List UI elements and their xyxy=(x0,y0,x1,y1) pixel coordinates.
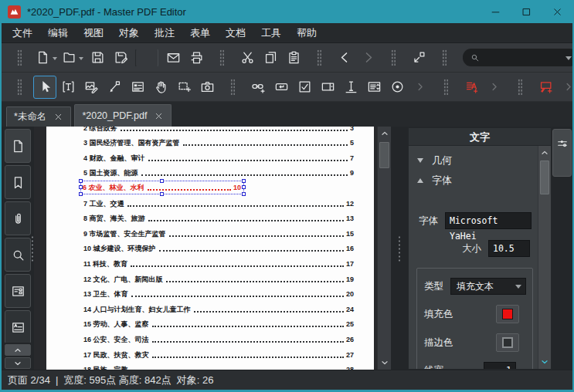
toc-row[interactable]: 17 民政、扶贫、救灾 27 xyxy=(46,346,374,362)
section-font[interactable]: 字体 xyxy=(409,171,535,191)
toc-page-number: 17 xyxy=(346,261,354,268)
text-annotation-tool[interactable] xyxy=(460,76,483,99)
fit-page-button[interactable] xyxy=(407,46,430,69)
add-link-button[interactable] xyxy=(246,76,270,99)
form-properties-button[interactable] xyxy=(126,76,149,99)
line-width-field[interactable]: 1 xyxy=(484,362,516,369)
search-input[interactable] xyxy=(484,52,566,64)
menu-edit[interactable]: 编辑 xyxy=(40,23,76,43)
select-tool-button[interactable] xyxy=(33,76,56,99)
toc-row[interactable]: 3 国民经济管理、国有资产监管 5 xyxy=(46,135,374,150)
sidebar-scroll-buttons xyxy=(5,343,31,369)
menu-comment[interactable]: 批注 xyxy=(147,23,182,43)
toc-row[interactable]: 11 科技、教育 17 xyxy=(46,255,374,271)
properties-flyout-tab[interactable] xyxy=(552,129,572,177)
radio-field-tool[interactable] xyxy=(385,76,409,99)
menu-tools[interactable]: 工具 xyxy=(253,23,289,43)
toc-row[interactable]: 16 公安、安全、司法 26 xyxy=(46,331,374,346)
section-geometry[interactable]: 几何 xyxy=(409,150,535,171)
combobox-field-tool[interactable] xyxy=(316,76,339,99)
edit-image-tool-button[interactable] xyxy=(80,76,103,99)
font-name-field[interactable]: Microsoft YaHei xyxy=(445,212,532,229)
scrollbar-thumb[interactable] xyxy=(379,142,389,168)
select-region-button[interactable] xyxy=(172,76,195,99)
maximize-button[interactable] xyxy=(511,0,542,23)
button-field-tool[interactable] xyxy=(270,76,293,99)
scroll-up-icon[interactable] xyxy=(538,147,551,159)
copy-button[interactable] xyxy=(259,46,282,69)
toc-row[interactable]: 6 农业、林业、水利 10 xyxy=(80,181,244,194)
sidebar-scroll-up-button[interactable] xyxy=(5,344,31,356)
open-file-button[interactable] xyxy=(59,46,86,69)
text-field-tool[interactable] xyxy=(339,76,362,99)
checkbox-field-tool[interactable] xyxy=(293,76,316,99)
edit-text-tool-button[interactable] xyxy=(56,76,80,99)
tab-untitled[interactable]: *未命名 xyxy=(6,106,71,127)
paste-button[interactable] xyxy=(282,46,305,69)
tab-close-icon[interactable] xyxy=(53,112,63,122)
sidebar-attachments-button[interactable] xyxy=(5,201,31,235)
toolbar-overflow-chevron[interactable] xyxy=(557,76,574,99)
menu-help[interactable]: 帮助 xyxy=(289,23,324,43)
snapshot-tool-button[interactable] xyxy=(195,76,219,99)
toc-row[interactable]: 10 城乡建设、环境保护 16 xyxy=(46,241,374,256)
toc-row[interactable]: 5 国土资源、能源 9 xyxy=(46,165,374,181)
splitter-handle[interactable] xyxy=(398,235,401,262)
new-document-button[interactable] xyxy=(33,46,59,69)
print-icon xyxy=(189,50,204,65)
toc-leader-dots xyxy=(194,311,344,313)
back-button[interactable] xyxy=(333,46,356,69)
toc-row[interactable]: 12 文化、广电、新闻出版 19 xyxy=(46,271,374,286)
search-dropdown-arrow-icon[interactable] xyxy=(566,56,572,63)
panel-splitter[interactable] xyxy=(391,127,408,370)
listbox-field-tool[interactable] xyxy=(362,76,385,99)
save-as-button[interactable] xyxy=(109,46,132,69)
toc-row[interactable]: 7 工业、交通 12 xyxy=(46,195,374,211)
scroll-down-icon[interactable] xyxy=(378,357,391,369)
document-scrollbar[interactable] xyxy=(377,127,391,370)
sidebar-forms-button[interactable] xyxy=(5,274,31,308)
menu-file[interactable]: 文件 xyxy=(5,23,40,43)
cut-button[interactable] xyxy=(236,46,259,69)
sidebar-signature-button[interactable] xyxy=(5,310,31,344)
toc-row[interactable]: 9 市场监管、安全生产监管 15 xyxy=(46,225,374,241)
type-dropdown[interactable]: 填充文本 xyxy=(450,278,526,295)
toc-row[interactable]: 14 人口与计划生育、妇女儿童工作 24 xyxy=(46,301,374,316)
print-button[interactable] xyxy=(185,46,208,69)
hand-tool-button[interactable] xyxy=(149,76,172,99)
menu-document[interactable]: 文档 xyxy=(218,23,253,43)
tab-2020-pdf[interactable]: *2020_PDF.pdf xyxy=(74,104,172,127)
menu-object[interactable]: 对象 xyxy=(111,23,147,43)
tab-close-icon[interactable] xyxy=(154,111,164,121)
toolbar-overflow-chevron[interactable] xyxy=(409,76,432,99)
panel-scrollbar[interactable] xyxy=(538,146,551,369)
scrollbar-thumb[interactable] xyxy=(540,161,549,194)
menu-form[interactable]: 表单 xyxy=(182,23,218,43)
toolbar-overflow-chevron[interactable] xyxy=(483,76,506,99)
scroll-up-icon[interactable] xyxy=(378,127,391,140)
toc-row[interactable]: 18 民族、宗教 28 xyxy=(46,362,374,370)
toc-row[interactable]: 2 综合政务 3 xyxy=(46,127,374,135)
edit-path-tool-button[interactable] xyxy=(103,76,126,99)
font-size-field[interactable]: 10.5 xyxy=(488,240,530,257)
toc-row[interactable]: 4 财政、金融、审计 7 xyxy=(46,150,374,165)
save-button[interactable] xyxy=(86,46,109,69)
toc-row[interactable]: 8 商贸、海关、旅游 13 xyxy=(46,211,374,226)
fill-color-swatch[interactable] xyxy=(496,305,519,323)
sidebar-search-button[interactable] xyxy=(5,238,31,272)
stroke-color-swatch[interactable] xyxy=(496,333,519,352)
toc-row[interactable]: 15 劳动、人事、监察 25 xyxy=(46,316,374,332)
search-doc-icon xyxy=(11,248,25,262)
minimize-button[interactable] xyxy=(480,0,511,23)
toc-row[interactable]: 13 卫生、体育 20 xyxy=(46,286,374,302)
callout-annotation-tool[interactable] xyxy=(534,76,557,99)
close-button[interactable] xyxy=(542,0,572,23)
scroll-down-icon[interactable] xyxy=(538,356,551,368)
toc-entry-label: 7 工业、交通 xyxy=(83,201,124,208)
email-button[interactable] xyxy=(161,46,185,69)
sidebar-thumbnails-button[interactable] xyxy=(5,129,31,163)
menu-view[interactable]: 视图 xyxy=(76,23,111,43)
sidebar-scroll-down-button[interactable] xyxy=(5,357,31,369)
sidebar-bookmarks-button[interactable] xyxy=(5,165,31,199)
forward-button[interactable] xyxy=(356,46,379,69)
